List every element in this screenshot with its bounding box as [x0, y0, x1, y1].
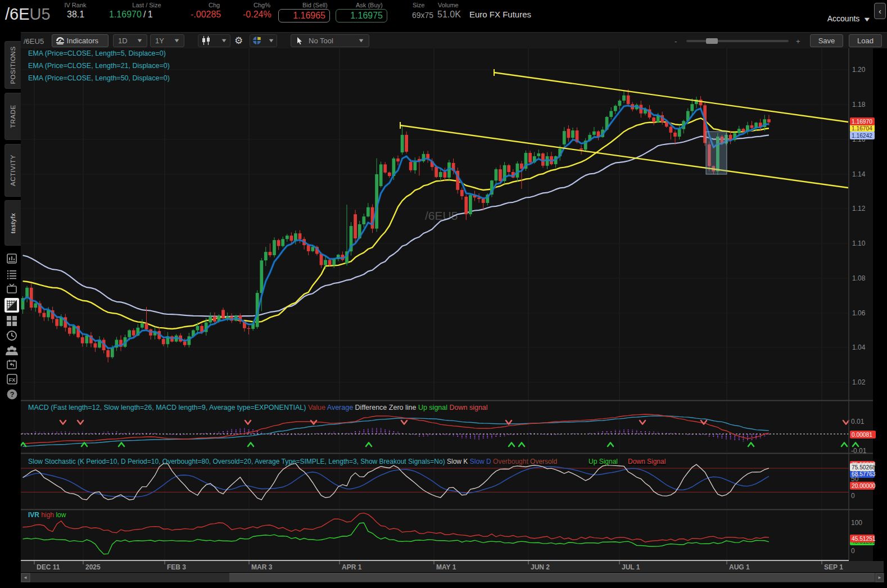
- svg-text:MAY 1: MAY 1: [436, 563, 456, 571]
- svg-text:1.16704: 1.16704: [852, 125, 872, 132]
- svg-text:FX: FX: [8, 377, 15, 383]
- svg-text:Slow Stochastic (K Period=10,: Slow Stochastic (K Period=10, D Period=1…: [28, 458, 557, 465]
- svg-text:EMA (Price=CLOSE, Length=5, Di: EMA (Price=CLOSE, Length=5, Displace=0): [28, 49, 166, 57]
- svg-text:1.08: 1.08: [852, 274, 866, 282]
- svg-text:1.16970: 1.16970: [852, 119, 872, 125]
- svg-text:FEB 3: FEB 3: [167, 563, 186, 571]
- svg-text:1.14: 1.14: [852, 170, 866, 178]
- svg-text:EMA (Price=CLOSE, Length=21, D: EMA (Price=CLOSE, Length=21, Displace=0): [28, 62, 170, 70]
- svg-text:DEC 11: DEC 11: [37, 563, 60, 571]
- svg-text:MAR 3: MAR 3: [251, 563, 273, 571]
- svg-text:-0.01: -0.01: [851, 447, 867, 455]
- svg-text:JUN 2: JUN 2: [531, 563, 550, 571]
- svg-text:AUG 1: AUG 1: [729, 563, 750, 571]
- svg-text:Down Signal: Down Signal: [628, 458, 666, 465]
- svg-text:/6EU5: /6EU5: [425, 209, 458, 222]
- svg-text:IVR high low: IVR high low: [28, 511, 66, 519]
- svg-text:SEP 1: SEP 1: [824, 563, 843, 571]
- svg-text:►: ►: [877, 575, 882, 580]
- svg-text:APR 1: APR 1: [342, 563, 362, 571]
- svg-text:50: 50: [851, 475, 859, 483]
- svg-text:1.06: 1.06: [852, 309, 866, 317]
- svg-text:1.10: 1.10: [852, 239, 866, 247]
- svg-text:1.20: 1.20: [852, 66, 866, 74]
- svg-text:100: 100: [851, 519, 862, 527]
- svg-text:2025: 2025: [85, 563, 101, 571]
- svg-text:◄: ◄: [23, 575, 28, 580]
- svg-text:MACD (Fast length=12, Slow len: MACD (Fast length=12, Slow length=26, MA…: [28, 404, 488, 411]
- svg-text:45.51251: 45.51251: [852, 536, 876, 542]
- svg-text:1.02: 1.02: [852, 378, 866, 386]
- svg-text:1.12: 1.12: [852, 205, 866, 212]
- svg-text:JUL 1: JUL 1: [622, 563, 640, 571]
- svg-text:EMA (Price=CLOSE, Length=50, D: EMA (Price=CLOSE, Length=50, Displace=0): [28, 74, 170, 82]
- svg-text:20.00000: 20.00000: [852, 483, 876, 489]
- svg-text:75.50268: 75.50268: [852, 464, 876, 471]
- svg-text:1.18: 1.18: [852, 101, 866, 108]
- svg-text:Up Signal: Up Signal: [589, 458, 618, 465]
- svg-text:?: ?: [10, 391, 14, 399]
- svg-text:0: 0: [851, 492, 855, 500]
- svg-text:0.00081: 0.00081: [852, 432, 872, 438]
- svg-text:0.01: 0.01: [851, 418, 865, 426]
- svg-text:0: 0: [851, 547, 855, 555]
- svg-text:1.16242: 1.16242: [852, 133, 872, 139]
- svg-text:1.04: 1.04: [852, 343, 866, 351]
